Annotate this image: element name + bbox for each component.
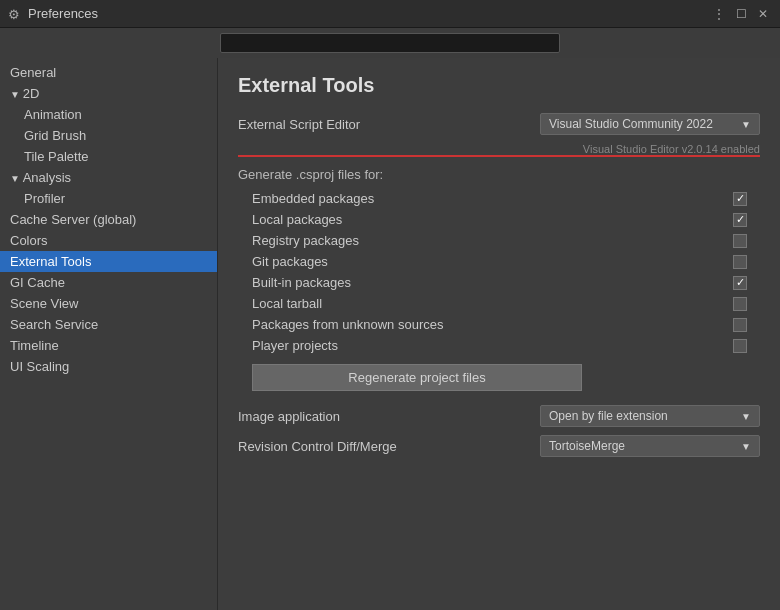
revision-control-row: Revision Control Diff/Merge TortoiseMerg… [238,435,760,457]
chevron-down-icon-2: ▼ [741,411,751,422]
gear-icon: ⚙ [8,7,22,21]
sidebar: General 2D Animation Grid Brush Tile Pal… [0,58,218,610]
sidebar-item-ui-scaling[interactable]: UI Scaling [0,356,217,377]
external-script-editor-label: External Script Editor [238,117,360,132]
image-application-row: Image application Open by file extension… [238,405,760,427]
external-script-editor-row: External Script Editor Visual Studio Com… [238,113,760,135]
checkbox-player[interactable] [733,339,747,353]
external-script-editor-value: Visual Studio Community 2022 [549,117,713,131]
sidebar-item-tile-palette[interactable]: Tile Palette [0,146,217,167]
checkbox-row-builtin: Built-in packages [238,272,760,293]
red-divider [238,155,760,157]
sidebar-item-general[interactable]: General [0,62,217,83]
regenerate-button[interactable]: Regenerate project files [252,364,582,391]
revision-control-dropdown[interactable]: TortoiseMerge ▼ [540,435,760,457]
sidebar-item-timeline[interactable]: Timeline [0,335,217,356]
checkbox-builtin[interactable] [733,276,747,290]
sidebar-item-profiler[interactable]: Profiler [0,188,217,209]
more-button[interactable]: ⋮ [710,5,728,23]
revision-control-value: TortoiseMerge [549,439,625,453]
checkbox-unknown[interactable] [733,318,747,332]
titlebar: ⚙ Preferences ⋮ ☐ ✕ [0,0,780,28]
checkbox-row-local: Local packages [238,209,760,230]
checkbox-row-tarball: Local tarball [238,293,760,314]
checkbox-label-player: Player projects [252,338,720,353]
external-script-editor-dropdown[interactable]: Visual Studio Community 2022 ▼ [540,113,760,135]
checkbox-label-unknown: Packages from unknown sources [252,317,720,332]
checkbox-git[interactable] [733,255,747,269]
titlebar-title: Preferences [28,6,98,21]
generate-label: Generate .csproj files for: [238,167,760,182]
sidebar-item-2d[interactable]: 2D [0,83,217,104]
image-application-label: Image application [238,409,340,424]
checkbox-row-player: Player projects [238,335,760,356]
checkbox-registry[interactable] [733,234,747,248]
checkbox-label-builtin: Built-in packages [252,275,720,290]
maximize-button[interactable]: ☐ [732,5,750,23]
titlebar-controls: ⋮ ☐ ✕ [710,5,772,23]
editor-version-note: Visual Studio Editor v2.0.14 enabled [238,143,760,155]
sidebar-item-search-service[interactable]: Search Service [0,314,217,335]
image-application-value: Open by file extension [549,409,668,423]
checkbox-label-embedded: Embedded packages [252,191,720,206]
checkbox-tarball[interactable] [733,297,747,311]
checkbox-label-local: Local packages [252,212,720,227]
checkbox-row-registry: Registry packages [238,230,760,251]
sidebar-item-animation[interactable]: Animation [0,104,217,125]
sidebar-item-scene-view[interactable]: Scene View [0,293,217,314]
revision-control-label: Revision Control Diff/Merge [238,439,397,454]
search-input[interactable] [220,33,560,53]
checkbox-embedded[interactable] [733,192,747,206]
titlebar-left: ⚙ Preferences [8,6,98,21]
page-title: External Tools [238,74,760,97]
chevron-down-icon: ▼ [741,119,751,130]
chevron-down-icon-3: ▼ [741,441,751,452]
sidebar-item-grid-brush[interactable]: Grid Brush [0,125,217,146]
checkbox-label-git: Git packages [252,254,720,269]
content-area: External Tools External Script Editor Vi… [218,58,780,610]
checkbox-row-unknown: Packages from unknown sources [238,314,760,335]
checkbox-row-git: Git packages [238,251,760,272]
sidebar-item-external-tools[interactable]: External Tools [0,251,217,272]
close-button[interactable]: ✕ [754,5,772,23]
sidebar-item-colors[interactable]: Colors [0,230,217,251]
main-layout: General 2D Animation Grid Brush Tile Pal… [0,58,780,610]
searchbar [0,28,780,58]
sidebar-item-analysis[interactable]: Analysis [0,167,217,188]
checkbox-row-embedded: Embedded packages [238,188,760,209]
sidebar-item-gi-cache[interactable]: GI Cache [0,272,217,293]
checkbox-local[interactable] [733,213,747,227]
image-application-dropdown[interactable]: Open by file extension ▼ [540,405,760,427]
checkbox-label-registry: Registry packages [252,233,720,248]
sidebar-item-cache-server[interactable]: Cache Server (global) [0,209,217,230]
checkbox-label-tarball: Local tarball [252,296,720,311]
